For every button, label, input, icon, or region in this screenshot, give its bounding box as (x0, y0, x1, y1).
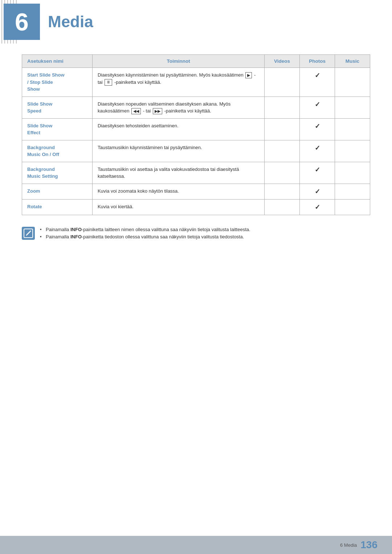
checkmark-icon: ✓ (315, 123, 320, 130)
row-name: Slide ShowEffect (22, 118, 93, 140)
cell-videos (265, 68, 300, 97)
row-description: Kuvia voi zoomata koko näytön tilassa. (92, 184, 264, 199)
checkmark-icon: ✓ (315, 188, 320, 195)
chapter-badge: 6 (4, 4, 40, 40)
row-description: Diaesityksen nopeuden valitseminen diaes… (92, 97, 264, 118)
cell-music (335, 162, 370, 184)
cell-videos (265, 140, 300, 162)
cell-photos: ✓ (300, 97, 335, 118)
table-row: BackgroundMusic Setting Taustamusiikin v… (22, 162, 370, 184)
row-description: Taustamusiikin käynnistäminen tai pysäyt… (92, 140, 264, 162)
note-bold: INFO (70, 234, 82, 239)
row-description: Diaesityksen tehosteiden asettaminen. (92, 118, 264, 140)
cell-photos: ✓ (300, 162, 335, 184)
cell-photos: ✓ (300, 199, 335, 215)
col-header-toiminnot: Toiminnot (92, 55, 264, 68)
cell-music (335, 184, 370, 199)
col-header-videos: Videos (265, 55, 300, 68)
cell-videos (265, 118, 300, 140)
page-header: 6 Media (0, 0, 392, 44)
row-name: Zoom (22, 184, 93, 199)
rewind-icon: ◀◀ (131, 108, 141, 114)
cell-photos: ✓ (300, 68, 335, 97)
table-row: Rotate Kuvia voi kiertää. ✓ (22, 199, 370, 215)
checkmark-icon: ✓ (315, 101, 320, 108)
row-name: BackgroundMusic Setting (22, 162, 93, 184)
cell-photos: ✓ (300, 140, 335, 162)
note-section: Painamalla INFO-painiketta laitteen nime… (22, 226, 370, 241)
row-name: Slide ShowSpeed (22, 97, 93, 118)
cell-music (335, 199, 370, 215)
row-description: Diaesityksen käynnistäminen tai pysäyttä… (92, 68, 264, 97)
pause-icon: ⏸ (105, 79, 112, 85)
chapter-number: 6 (15, 9, 29, 34)
footer: 6 Media 136 (0, 536, 392, 554)
col-header-photos: Photos (300, 55, 335, 68)
note-text-before: Painamalla (46, 227, 70, 232)
cell-videos (265, 162, 300, 184)
row-name: Rotate (22, 199, 93, 215)
cell-photos: ✓ (300, 118, 335, 140)
chapter-title: Media (48, 13, 93, 31)
note-text-after: -painiketta laitteen nimen ollessa valit… (82, 227, 250, 232)
cell-music (335, 140, 370, 162)
row-name: Start Slide Show/ Stop SlideShow (22, 68, 93, 97)
cell-videos (265, 97, 300, 118)
note-text-after: -painiketta tiedoston ollessa valittuna … (82, 234, 244, 239)
col-header-music: Music (335, 55, 370, 68)
main-table: Asetuksen nimi Toiminnot Videos Photos M… (22, 54, 370, 215)
table-row: Zoom Kuvia voi zoomata koko näytön tilas… (22, 184, 370, 199)
cell-music (335, 118, 370, 140)
note-bold: INFO (70, 227, 82, 232)
checkmark-icon: ✓ (315, 166, 320, 173)
footer-label: 6 Media (340, 542, 357, 548)
row-description: Taustamusiikin voi asettaa ja valita val… (92, 162, 264, 184)
cell-music (335, 97, 370, 118)
table-row: Start Slide Show/ Stop SlideShow Diaesit… (22, 68, 370, 97)
cell-videos (265, 199, 300, 215)
table-row: Slide ShowEffect Diaesityksen tehosteide… (22, 118, 370, 140)
footer-page-number: 136 (360, 539, 377, 551)
checkmark-icon: ✓ (315, 144, 320, 152)
cell-videos (265, 184, 300, 199)
row-description: Kuvia voi kiertää. (92, 199, 264, 215)
cell-music (335, 68, 370, 97)
table-row: Slide ShowSpeed Diaesityksen nopeuden va… (22, 97, 370, 118)
note-item: Painamalla INFO-painiketta tiedoston oll… (40, 233, 250, 241)
page-container: 6 Media Asetuksen nimi Toiminnot Videos … (0, 0, 392, 554)
note-list: Painamalla INFO-painiketta laitteen nime… (40, 226, 250, 241)
note-text-before: Painamalla (46, 234, 70, 239)
cell-photos: ✓ (300, 184, 335, 199)
content-area: Asetuksen nimi Toiminnot Videos Photos M… (0, 54, 392, 255)
checkmark-icon: ✓ (315, 204, 320, 211)
col-header-asetuksen: Asetuksen nimi (22, 55, 93, 68)
fastforward-icon: ▶▶ (153, 108, 162, 114)
play-icon: ▶ (245, 72, 252, 78)
table-row: BackgroundMusic On / Off Taustamusiikin … (22, 140, 370, 162)
row-name: BackgroundMusic On / Off (22, 140, 93, 162)
note-icon (22, 227, 35, 240)
note-item: Painamalla INFO-painiketta laitteen nime… (40, 226, 250, 234)
checkmark-icon: ✓ (315, 72, 320, 79)
pencil-note-icon (23, 228, 34, 239)
